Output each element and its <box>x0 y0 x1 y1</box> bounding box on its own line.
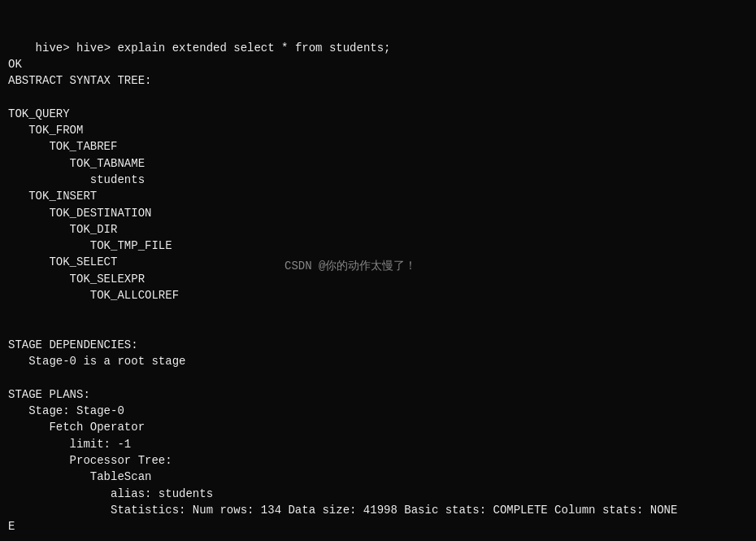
line-fetch-op: Fetch Operator <box>8 421 145 434</box>
line-stage-deps-content: Stage-0 is a root stage <box>8 355 185 368</box>
line-tok-select: TOK_SELECT <box>8 255 117 268</box>
line-stage-stage0: Stage: Stage-0 <box>8 404 124 417</box>
line-alias: alias: students <box>8 487 213 500</box>
line-blank2 <box>8 305 15 318</box>
line-students: students <box>8 173 145 186</box>
line-ast-header: ABSTRACT SYNTAX TREE: <box>8 74 151 87</box>
line-ok: OK <box>8 58 22 71</box>
line-statistics-cont: E <box>8 520 15 533</box>
line-tok-selexpr: TOK_SELEXPR <box>8 273 145 286</box>
line-tok-insert: TOK_INSERT <box>8 190 97 203</box>
prompt-symbol: hive> <box>36 41 76 55</box>
line-tok-dir: TOK_DIR <box>8 223 117 236</box>
watermark-label: CSDN @你的动作太慢了！ <box>285 259 416 273</box>
line-tok-query: TOK_QUERY <box>8 107 70 120</box>
line-stage-plans-header: STAGE PLANS: <box>8 388 90 401</box>
line-tok-destination: TOK_DESTINATION <box>8 207 151 220</box>
line-tok-tabname: TOK_TABNAME <box>8 157 145 170</box>
line-stage-deps-header: STAGE DEPENDENCIES: <box>8 338 138 351</box>
line-tok-from: TOK_FROM <box>8 124 83 137</box>
line-blank4 <box>8 372 15 385</box>
command-text: hive> explain extended select * from stu… <box>76 41 390 55</box>
line-statistics: Statistics: Num rows: 134 Data size: 419… <box>8 504 677 517</box>
command-line: hive> hive> explain extended select * fr… <box>36 41 391 55</box>
line-tok-tmp-file: TOK_TMP_FILE <box>8 239 172 252</box>
line-blank3 <box>8 322 15 335</box>
line-limit: limit: -1 <box>8 438 131 451</box>
line-tablescan: TableScan <box>8 470 151 483</box>
line-processor-tree: Processor Tree: <box>8 454 172 467</box>
line-tok-allcolref: TOK_ALLCOLREF <box>8 289 179 302</box>
line-blank1 <box>8 90 15 103</box>
line-blank5 <box>8 537 15 542</box>
terminal-content: hive> hive> explain extended select * fr… <box>8 41 677 541</box>
line-tok-tabref: TOK_TABREF <box>8 140 117 153</box>
